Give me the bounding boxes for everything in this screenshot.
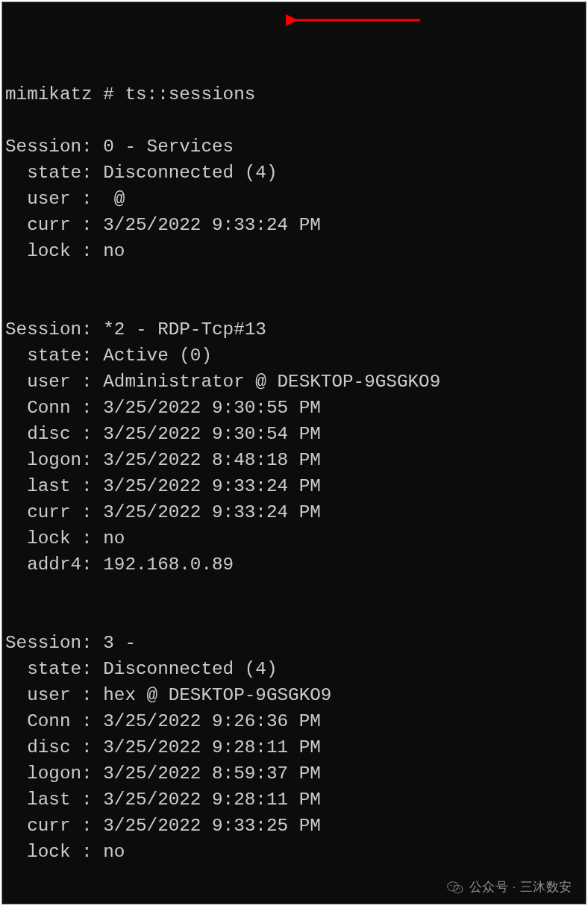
- svg-point-2: [447, 881, 458, 890]
- session-block: Session: *2 - RDP-Tcp#13 state: Active (…: [5, 317, 583, 578]
- session-line: last : 3/25/2022 9:33:24 PM: [5, 476, 321, 496]
- session-line: disc : 3/25/2022 9:30:54 PM: [5, 424, 321, 444]
- session-line: user : Administrator @ DESKTOP-9GSGKO9: [5, 372, 440, 392]
- session-line: lock : no: [5, 842, 125, 862]
- blank-line: [5, 893, 16, 905]
- session-line: addr4: 192.168.0.89: [5, 554, 234, 575]
- prompt-prefix: mimikatz #: [5, 84, 125, 104]
- session-header: Session: 3 -: [5, 633, 136, 653]
- session-line: Conn : 3/25/2022 9:26:36 PM: [5, 711, 321, 731]
- session-line: user : @: [5, 189, 125, 209]
- session-line: curr : 3/25/2022 9:33:24 PM: [5, 502, 321, 522]
- session-line: last : 3/25/2022 9:28:11 PM: [5, 790, 321, 810]
- session-line: disc : 3/25/2022 9:28:11 PM: [5, 737, 321, 757]
- session-line: logon: 3/25/2022 8:48:18 PM: [5, 450, 321, 470]
- watermark: 公众号 · 三沐数安: [447, 878, 572, 896]
- session-line: user : hex @ DESKTOP-9GSGKO9: [5, 685, 331, 705]
- session-line: curr : 3/25/2022 9:33:24 PM: [5, 215, 321, 235]
- session-block: Session: 0 - Services state: Disconnecte…: [5, 134, 583, 265]
- session-line: logon: 3/25/2022 8:59:37 PM: [5, 763, 321, 784]
- session-line: lock : no: [5, 241, 125, 261]
- svg-point-4: [450, 884, 451, 886]
- svg-point-5: [454, 884, 455, 886]
- session-line: state: Active (0): [5, 346, 212, 366]
- blank-line: [5, 110, 16, 131]
- blank-line: [5, 607, 16, 627]
- annotation-arrow-icon: [286, 13, 428, 28]
- session-line: curr : 3/25/2022 9:33:25 PM: [5, 816, 321, 836]
- watermark-label: 公众号 · 三沐数安: [469, 878, 572, 896]
- svg-point-7: [459, 888, 460, 890]
- terminal-content[interactable]: mimikatz # ts::sessions Session: 0 - Ser…: [2, 81, 586, 905]
- svg-point-6: [456, 888, 457, 890]
- session-line: lock : no: [5, 528, 125, 549]
- session-line: state: Disconnected (4): [5, 163, 278, 183]
- blank-line: [5, 293, 16, 313]
- session-line: Conn : 3/25/2022 9:30:55 PM: [5, 398, 321, 418]
- session-header: Session: 0 - Services: [5, 137, 234, 157]
- prompt-command: ts::sessions: [125, 84, 255, 104]
- session-block: Session: 3 - state: Disconnected (4) use…: [5, 631, 583, 866]
- terminal-window: mimikatz # ts::sessions Session: 0 - Ser…: [1, 1, 587, 905]
- session-line: state: Disconnected (4): [5, 659, 278, 679]
- session-header: Session: *2 - RDP-Tcp#13: [5, 319, 266, 340]
- wechat-icon: [447, 879, 463, 896]
